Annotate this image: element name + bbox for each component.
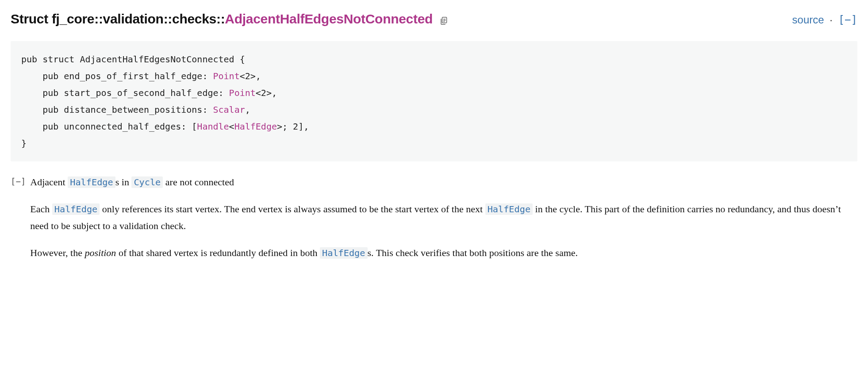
page-title: Struct fj_core::validation::checks::Adja… bbox=[11, 9, 449, 29]
item-declaration: pub struct AdjacentHalfEdgesNotConnected… bbox=[11, 41, 857, 161]
path-segment-module[interactable]: validation bbox=[103, 11, 164, 26]
emphasis: position bbox=[84, 247, 116, 258]
type-name: AdjacentHalfEdgesNotConnected bbox=[225, 11, 433, 26]
path-segment-crate[interactable]: fj_core bbox=[52, 11, 94, 26]
collapse-all-toggle[interactable]: [−] bbox=[838, 14, 857, 26]
type-link-cycle[interactable]: Cycle bbox=[131, 176, 163, 188]
type-link-halfedge[interactable]: HalfEdge bbox=[52, 203, 100, 215]
doc-paragraph: However, the position of that shared ver… bbox=[30, 245, 857, 262]
page-header: Struct fj_core::validation::checks::Adja… bbox=[11, 9, 857, 29]
type-link-halfedge[interactable]: HalfEdge bbox=[234, 121, 277, 132]
doc-paragraph: Each HalfEdge only references its start … bbox=[30, 201, 857, 235]
copy-path-button[interactable] bbox=[438, 15, 449, 27]
type-link-point[interactable]: Point bbox=[213, 71, 239, 81]
path-segment-module[interactable]: checks bbox=[172, 11, 216, 26]
type-link-halfedge[interactable]: HalfEdge bbox=[68, 176, 115, 188]
type-link-point[interactable]: Point bbox=[229, 88, 256, 98]
doc-summary: Adjacent HalfEdges in Cycle are not conn… bbox=[30, 174, 857, 191]
separator-dot: · bbox=[830, 14, 833, 26]
type-link-handle[interactable]: Handle bbox=[197, 121, 229, 132]
type-link-halfedge[interactable]: HalfEdge bbox=[320, 247, 367, 259]
type-link-halfedge[interactable]: HalfEdge bbox=[485, 203, 533, 215]
doc-body: Adjacent HalfEdges in Cycle are not conn… bbox=[30, 174, 857, 271]
source-link[interactable]: source bbox=[792, 14, 824, 26]
item-kind: Struct bbox=[11, 11, 48, 26]
doc-collapse-toggle[interactable]: [−] bbox=[11, 174, 26, 188]
doc-section: [−] Adjacent HalfEdges in Cycle are not … bbox=[11, 174, 857, 271]
type-link-scalar[interactable]: Scalar bbox=[213, 104, 245, 115]
header-right-controls: source · [−] bbox=[792, 12, 857, 28]
